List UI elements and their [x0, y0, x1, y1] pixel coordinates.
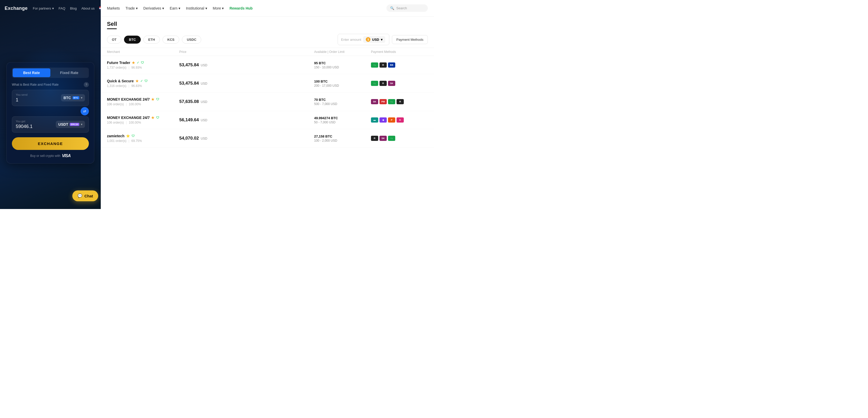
avail-amount: 70 BTC	[314, 98, 371, 102]
coin-chip-kcs[interactable]: KCS	[162, 36, 179, 44]
info-button[interactable]: ?	[84, 82, 89, 87]
currency-pill[interactable]: $ USD ▾	[363, 36, 385, 43]
order-count: 106 order(s)	[107, 102, 124, 106]
verified-icon: ✓	[140, 79, 143, 83]
price-cell: 53,475.84 USD	[179, 81, 314, 86]
nav-institutional[interactable]: Institutional ▾	[186, 6, 207, 10]
left-panel: Exchange For partners ▾ FAQ Blog About u…	[0, 0, 101, 209]
nav-for-partners[interactable]: For partners ▾	[33, 6, 54, 10]
order-rate: 69.75%	[131, 139, 142, 143]
table-row[interactable]: MONEY EXCHANGE 24/7★🛡 106 order(s) | 100…	[101, 93, 434, 111]
chat-button[interactable]: 💬 Chat	[72, 190, 98, 201]
price-value: 53,475.84	[179, 81, 199, 86]
coin-chip-ot[interactable]: OT	[107, 36, 121, 44]
table-row[interactable]: MONEY EXCHANGE 24/7★🛡 106 order(s) | 100…	[101, 111, 434, 129]
payment-icon: R	[397, 99, 404, 104]
available-cell: 95 BTC 150 - 10,000 USD	[314, 61, 371, 69]
payment-icon: BB	[388, 63, 395, 68]
price-value: 57,635.08	[179, 99, 199, 104]
crown-icon: ★	[132, 61, 135, 65]
payment-icons-cell: ▬◈PK	[371, 117, 428, 123]
get-currency-badge: ERC20	[70, 123, 79, 126]
nav-lang[interactable]: En ▾	[99, 6, 101, 10]
send-value[interactable]: 1	[16, 97, 27, 103]
sell-header: Sell	[101, 16, 434, 31]
chat-label: Chat	[85, 194, 93, 198]
search-text: Search	[396, 6, 407, 10]
price-currency: USD	[201, 82, 207, 85]
get-input-box: You get 59046.1 USDT ERC20 ▾	[12, 116, 89, 133]
nav-derivatives[interactable]: Derivatives ▾	[144, 6, 164, 10]
nav-trade[interactable]: Trade ▾	[126, 6, 138, 10]
payment-icon: R	[379, 81, 387, 86]
usd-icon: $	[366, 37, 370, 42]
order-count: 1,737 order(s)	[107, 66, 126, 69]
payment-icon: SK	[371, 99, 378, 104]
coin-chip-eth[interactable]: ETH	[144, 36, 160, 44]
trader-meta: 1,316 order(s) | 96.83%	[107, 84, 179, 88]
avail-amount: 27,158 BTC	[314, 134, 371, 138]
order-rate: 96.93%	[131, 66, 142, 69]
trader-name: zamietech⭐🛡	[107, 134, 179, 138]
price-cell: 56,149.64 USD	[179, 117, 314, 123]
sell-underline	[107, 28, 117, 29]
send-currency-badge: BTC	[72, 96, 80, 99]
swap-button[interactable]: ⇄	[81, 107, 89, 115]
tab-fixed-rate[interactable]: Fixed Rate	[51, 68, 88, 77]
shield-icon: 🛡	[156, 98, 159, 101]
payment-icon: R	[371, 136, 378, 141]
price-value: 53,475.84	[179, 63, 199, 67]
star-icon: ⭐	[126, 134, 130, 138]
coin-chip-usdc[interactable]: USDC	[182, 36, 201, 44]
payment-icon: P	[388, 117, 395, 123]
swap-row: ⇄	[12, 107, 89, 115]
nav-markets[interactable]: Markets	[107, 6, 120, 10]
payment-icon: SK	[388, 81, 395, 86]
nav-earn[interactable]: Earn ▾	[170, 6, 180, 10]
nav-about-us[interactable]: About us	[82, 6, 95, 10]
right-nav-links: Markets Trade ▾ Derivatives ▾ Earn ▾ Ins…	[107, 6, 380, 10]
order-count: 1,001 order(s)	[107, 139, 126, 143]
get-label: You get	[16, 120, 33, 123]
payment-icon: K	[397, 117, 404, 123]
price-cell: 57,635.08 USD	[179, 99, 314, 104]
search-box[interactable]: 🔍 Search	[386, 4, 428, 12]
amount-input[interactable]: Enter amount $ USD ▾	[338, 34, 389, 45]
payment-icon: R	[379, 63, 387, 68]
get-currency-label: USDT	[58, 122, 68, 127]
payment-methods-button[interactable]: Payment Methods	[392, 35, 428, 44]
nav-rewards-hub[interactable]: Rewards Hub	[229, 6, 252, 10]
avail-limit: 50 - 7,000 USD	[314, 120, 371, 124]
rate-description: What is Best Rate and Fixed Rate	[12, 83, 59, 86]
order-rate: 96.83%	[131, 84, 142, 88]
right-nav: Markets Trade ▾ Derivatives ▾ Earn ▾ Ins…	[101, 0, 434, 16]
th-merchant: Merchant	[107, 50, 179, 54]
table-row[interactable]: zamietech⭐🛡 1,001 order(s) | 69.75% 54,0…	[101, 129, 434, 148]
table-row[interactable]: Quick & Secure★✓🛡 1,316 order(s) | 96.83…	[101, 74, 434, 93]
payment-icon: ↑↓	[388, 136, 395, 141]
shield-icon: 🛡	[145, 79, 148, 83]
available-cell: 27,158 BTC 100 - 2,000 USD	[314, 134, 371, 142]
currency-chevron-icon: ▾	[381, 38, 382, 41]
nav-blog[interactable]: Blog	[70, 6, 77, 10]
nav-more[interactable]: More ▾	[213, 6, 224, 10]
price-currency: USD	[201, 64, 207, 67]
payment-icons-cell: ↑↓RSK	[371, 81, 428, 86]
chat-bubble-icon: 💬	[78, 194, 83, 198]
brand-logo: Exchange	[5, 6, 28, 11]
avail-amount: 95 BTC	[314, 61, 371, 65]
table-row[interactable]: Future Trader★✓🛡 1,737 order(s) | 96.93%…	[101, 56, 434, 74]
tab-best-rate[interactable]: Best Rate	[13, 68, 51, 77]
trader-cell: MONEY EXCHANGE 24/7★🛡 106 order(s) | 100…	[107, 115, 179, 125]
order-rate: 100.00%	[129, 102, 141, 106]
exchange-button[interactable]: EXCHANGE	[12, 137, 89, 150]
get-currency-selector[interactable]: USDT ERC20 ▾	[56, 121, 85, 128]
crown-icon: ★	[135, 79, 139, 83]
nav-faq[interactable]: FAQ	[59, 6, 65, 10]
send-currency-selector[interactable]: BTC BTC ▾	[61, 94, 85, 101]
trader-meta: 106 order(s) | 100.00%	[107, 102, 179, 106]
get-value[interactable]: 59046.1	[16, 124, 33, 129]
table-header: Merchant Price Available | Order Limit P…	[101, 48, 434, 56]
payment-icon: ◈	[379, 117, 387, 123]
coin-chip-btc[interactable]: BTC	[124, 36, 141, 44]
